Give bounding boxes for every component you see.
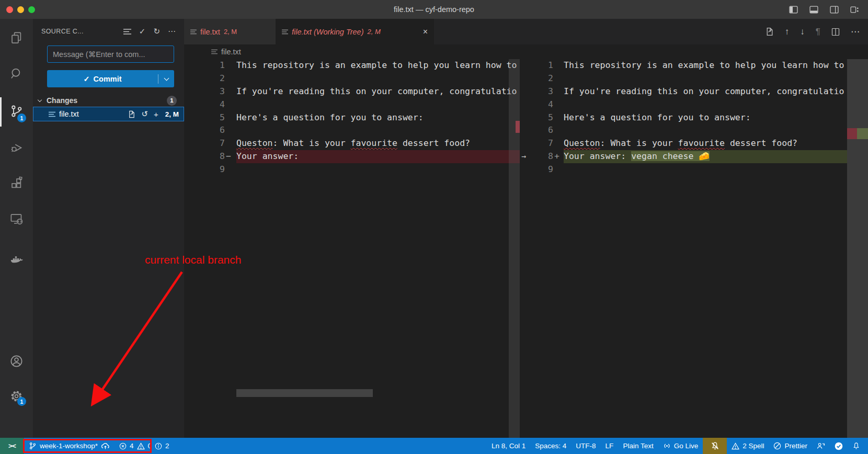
close-tab-icon[interactable]: × xyxy=(423,27,428,37)
arrow-margin xyxy=(520,111,531,124)
more-actions-icon[interactable]: ⋯ xyxy=(851,26,860,37)
branch-indicator[interactable]: week-1-workshop* xyxy=(24,438,115,454)
open-file-icon[interactable] xyxy=(128,110,135,118)
code-line-left-9: 9 xyxy=(184,163,520,176)
left-pane-scrollbar[interactable] xyxy=(509,59,520,438)
zoom-window-button[interactable] xyxy=(28,6,35,13)
diff-sign xyxy=(225,72,236,85)
line-content: If you're reading this on your computer,… xyxy=(564,85,868,98)
cursor-position[interactable]: Ln 8, Col 1 xyxy=(487,438,530,454)
line-content: Here's a question for you to answer: xyxy=(564,111,868,124)
arrow-margin xyxy=(520,163,531,176)
remote-explorer-icon[interactable] xyxy=(0,206,33,231)
previous-change-icon[interactable]: ↑ xyxy=(785,27,790,37)
file-name: file.txt xyxy=(59,110,79,118)
minimize-window-button[interactable] xyxy=(17,6,24,13)
diff-modified-pane[interactable]: 1This repository is an example to help y… xyxy=(520,59,868,438)
prettier-status[interactable]: Prettier xyxy=(769,438,812,454)
code-line-right-1: 1This repository is an example to help y… xyxy=(520,59,868,72)
line-content: If you're reading this on your computer,… xyxy=(236,85,520,98)
tab-file-txt-working-tree[interactable]: file.txt (Working Tree) 2, M × xyxy=(276,19,434,44)
breadcrumb[interactable]: file.txt xyxy=(184,44,868,59)
go-live-button[interactable]: Go Live xyxy=(658,438,703,454)
settings-gear-icon[interactable]: 1 xyxy=(0,383,33,408)
toggle-primary-sidebar-icon[interactable] xyxy=(789,5,798,14)
changes-section-header[interactable]: Changes 1 xyxy=(33,94,184,107)
source-control-icon[interactable]: 1 xyxy=(0,98,33,123)
line-number: 9 xyxy=(184,163,225,176)
remote-indicator[interactable]: >< xyxy=(0,438,24,454)
breadcrumb-file[interactable]: file.txt xyxy=(221,48,241,56)
close-window-button[interactable] xyxy=(6,6,13,13)
file-icon xyxy=(190,29,197,35)
check-icon: ✓ xyxy=(83,75,89,83)
notifications-muted-button[interactable] xyxy=(703,438,727,454)
customize-layout-icon[interactable] xyxy=(850,5,860,14)
explorer-icon[interactable] xyxy=(0,25,33,50)
diff-sign: + xyxy=(553,150,564,163)
code-line-right-8: →8+Your answer: vegan cheese 🧀 xyxy=(520,150,868,163)
toggle-panel-icon[interactable] xyxy=(809,5,819,14)
refresh-icon[interactable]: ↻ xyxy=(153,27,160,36)
commit-button[interactable]: ✓ Commit xyxy=(47,70,174,87)
window-controls xyxy=(6,6,35,13)
diff-sign xyxy=(553,124,564,137)
editor-area: file.txt 2, M file.txt (Working Tree) 2,… xyxy=(184,19,868,438)
code-line-right-6: 6 xyxy=(520,124,868,137)
line-number: 1 xyxy=(531,59,553,72)
language-mode[interactable]: Plain Text xyxy=(618,438,658,454)
right-pane-scrollbar[interactable] xyxy=(847,59,868,438)
open-file-icon[interactable] xyxy=(765,27,774,36)
commit-message-input[interactable] xyxy=(47,46,174,63)
arrow-margin xyxy=(520,72,531,85)
status-bar: >< week-1-workshop* 4 0 2 Ln 8, Col 1 Sp… xyxy=(0,438,868,454)
publish-changes-icon xyxy=(101,442,110,450)
line-number: 5 xyxy=(184,111,225,124)
run-and-debug-icon[interactable] xyxy=(0,135,33,160)
docker-icon[interactable] xyxy=(0,247,33,272)
feedback-button[interactable] xyxy=(812,438,830,454)
code-line-right-3: 3If you're reading this on your computer… xyxy=(520,85,868,98)
split-editor-icon[interactable] xyxy=(831,28,840,36)
indentation[interactable]: Spaces: 4 xyxy=(530,438,571,454)
format-status-button[interactable] xyxy=(830,438,848,454)
commit-button-label: Commit xyxy=(94,75,122,83)
eol-sequence[interactable]: LF xyxy=(601,438,619,454)
tab-badge: 2, M xyxy=(368,28,381,36)
warning-triangle-icon xyxy=(732,442,739,450)
diff-sign xyxy=(553,111,564,124)
source-control-sidebar: SOURCE C... ✓ ↻ ⋯ ✓ Commit Changes 1 fil… xyxy=(33,19,184,438)
view-as-tree-icon[interactable] xyxy=(123,28,131,35)
problems-indicator[interactable]: 4 0 2 xyxy=(115,438,174,454)
line-number: 5 xyxy=(531,111,553,124)
accounts-icon[interactable] xyxy=(0,348,33,373)
diff-sign xyxy=(553,59,564,72)
diff-sign xyxy=(225,124,236,137)
revert-change-arrow-icon[interactable]: → xyxy=(520,150,531,163)
line-number: 3 xyxy=(531,85,553,98)
code-line-left-6: 6 xyxy=(184,124,520,137)
diff-sign xyxy=(225,111,236,124)
diff-original-pane[interactable]: 1This repository is an example to help y… xyxy=(184,59,520,438)
encoding[interactable]: UTF-8 xyxy=(571,438,600,454)
toggle-secondary-sidebar-icon[interactable] xyxy=(829,5,839,14)
code-line-left-5: 5Here's a question for you to answer: xyxy=(184,111,520,124)
line-content xyxy=(564,72,868,85)
commit-dropdown-button[interactable] xyxy=(158,78,174,80)
search-icon[interactable] xyxy=(0,61,33,86)
diff-sign xyxy=(553,163,564,176)
more-actions-icon[interactable]: ⋯ xyxy=(168,27,176,36)
horizontal-scrollbar-thumb[interactable] xyxy=(236,389,373,397)
stage-changes-icon[interactable]: + xyxy=(154,110,158,119)
render-whitespace-icon[interactable]: ¶ xyxy=(816,27,820,37)
warning-count: 0 xyxy=(148,442,152,450)
extensions-icon[interactable] xyxy=(0,171,33,196)
changed-file-row[interactable]: file.txt ↺ + 2, M xyxy=(33,107,184,121)
commit-check-icon[interactable]: ✓ xyxy=(139,27,146,36)
diff-editor[interactable]: 1This repository is an example to help y… xyxy=(184,59,868,438)
spell-checker-status[interactable]: 2 Spell xyxy=(727,438,769,454)
notifications-button[interactable] xyxy=(848,438,865,454)
discard-changes-icon[interactable]: ↺ xyxy=(141,109,148,119)
next-change-icon[interactable]: ↓ xyxy=(800,27,805,37)
tab-file-txt[interactable]: file.txt 2, M xyxy=(184,19,276,44)
